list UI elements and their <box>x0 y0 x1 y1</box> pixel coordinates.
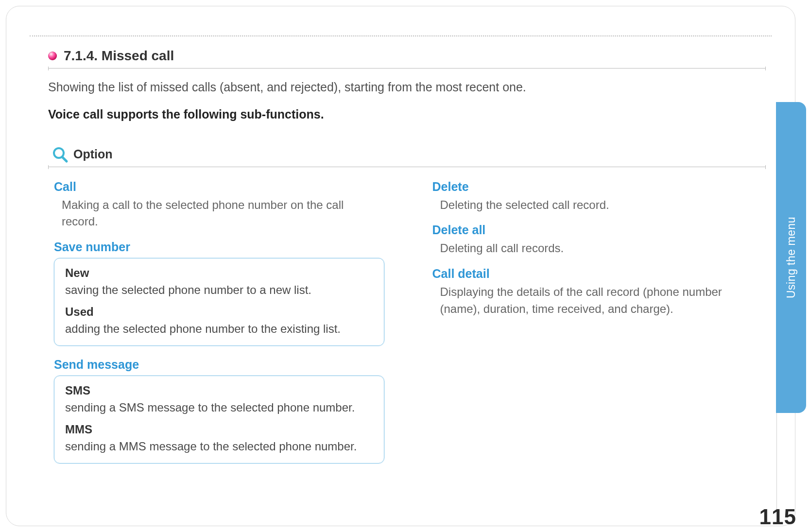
svg-line-1 <box>62 157 67 161</box>
option-columns: Call Making a call to the selected phone… <box>48 180 766 476</box>
magnifier-icon <box>51 146 69 163</box>
sendmsg-sms-desc: sending a SMS message to the selected ph… <box>65 399 373 416</box>
intro-text: Showing the list of missed calls (absent… <box>48 78 766 97</box>
rule-line <box>48 67 766 70</box>
dotted-divider <box>30 35 772 36</box>
page-number: 115 <box>759 505 796 529</box>
content-area: 7.1.4. Missed call Showing the list of m… <box>6 48 795 475</box>
opt-calldetail-title: Call detail <box>432 267 766 281</box>
savenumber-box: New saving the selected phone number to … <box>54 258 384 346</box>
bullet-icon <box>48 51 57 60</box>
sendmsg-mms-title: MMS <box>65 423 373 436</box>
side-vertical-line <box>776 413 777 513</box>
option-label: Option <box>73 147 113 161</box>
sendmsg-box: SMS sending a SMS message to the selecte… <box>54 376 384 463</box>
opt-call-title: Call <box>54 180 388 194</box>
savenumber-used-desc: adding the selected phone number to the … <box>65 321 373 337</box>
side-tab: Using the menu <box>776 102 806 413</box>
section-title: 7.1.4. Missed call <box>64 48 174 64</box>
page-frame: 7.1.4. Missed call Showing the list of m… <box>6 6 795 526</box>
savenumber-new-desc: saving the selected phone number to a ne… <box>65 282 373 298</box>
section-heading: 7.1.4. Missed call <box>48 48 766 64</box>
opt-savenumber-title: Save number <box>54 240 388 254</box>
left-column: Call Making a call to the selected phone… <box>48 180 388 476</box>
savenumber-new-title: New <box>65 266 373 280</box>
savenumber-used-title: Used <box>65 305 373 319</box>
opt-call-desc: Making a call to the selected phone numb… <box>62 197 373 231</box>
opt-delete-title: Delete <box>432 180 766 194</box>
side-tab-label: Using the menu <box>785 217 798 298</box>
option-heading: Option <box>51 146 766 163</box>
right-column: Delete Deleting the selected call record… <box>427 180 766 476</box>
rule-line-sub <box>48 165 766 169</box>
opt-deleteall-desc: Deleting all call records. <box>440 240 751 257</box>
opt-sendmsg-title: Send message <box>54 358 388 372</box>
opt-deleteall-title: Delete all <box>432 223 766 237</box>
sendmsg-sms-title: SMS <box>65 384 373 397</box>
sendmsg-mms-desc: sending a MMS message to the selected ph… <box>65 438 373 455</box>
opt-delete-desc: Deleting the selected call record. <box>440 197 751 214</box>
opt-calldetail-desc: Displaying the details of the call recor… <box>440 284 751 318</box>
subfunctions-heading: Voice call supports the following sub-fu… <box>48 107 766 121</box>
